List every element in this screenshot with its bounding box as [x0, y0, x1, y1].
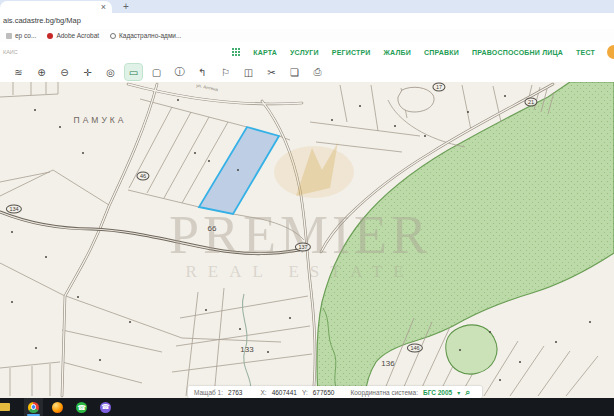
nav-item-uslugi[interactable]: УСЛУГИ — [290, 49, 319, 56]
scale-label: Мащаб 1: — [194, 389, 223, 396]
select-rectangle-tool[interactable]: ▭ — [125, 64, 142, 80]
crs-value[interactable]: БГС 2005 — [423, 389, 452, 396]
firefox-icon[interactable] — [48, 398, 67, 416]
nav-menu: КАРТАУСЛУГИРЕГИСТРИЖАЛБИСПРАВКИПРАВОСПОС… — [232, 48, 595, 56]
nav-item-registri[interactable]: РЕГИСТРИ — [332, 49, 371, 56]
pond-outline — [398, 87, 434, 112]
road-number-badge: 137 — [295, 243, 311, 252]
search-icon[interactable]: ⌕ — [465, 387, 470, 397]
note-tool[interactable]: ❏ — [286, 64, 303, 80]
bookmark-item[interactable]: ер со... — [6, 32, 36, 39]
zoom-out-tool[interactable]: ⊖ — [56, 64, 73, 80]
road-number-badge: 17 — [432, 83, 445, 92]
folder-icon[interactable] — [0, 398, 19, 416]
app-nav: КАИС КАРТАУСЛУГИРЕГИСТРИЖАЛБИСПРАВКИПРАВ… — [0, 42, 614, 63]
road-number-badge: 134 — [6, 205, 22, 214]
parcel-label: 136 — [381, 359, 394, 368]
parcel-label: 66 — [208, 224, 217, 233]
whatsapp-icon[interactable] — [72, 398, 91, 416]
bookmark-label: Adobe Acrobat — [56, 32, 99, 39]
watermark-subtitle: REAL ESTATE — [185, 262, 414, 281]
watermark-title: PREMIER — [169, 205, 431, 265]
flag-tool[interactable]: ⚐ — [217, 64, 234, 80]
browser-tab-strip: × + — [0, 0, 614, 13]
map-viewport[interactable]: PREMIER REAL ESTATE ПАМУКА ул. Антена 66… — [0, 82, 614, 398]
bookmark-item[interactable]: Adobe Acrobat — [47, 32, 99, 39]
road-number-badge: 146 — [407, 344, 423, 353]
map-toolbar-tools: ≋⊕⊖✛◎▭▢ⓘ↰⚐◫✂❏⎙ — [0, 62, 614, 83]
extent-rectangle-tool[interactable]: ▢ — [148, 64, 165, 80]
legend-tool[interactable]: ◫ — [240, 64, 257, 80]
info-tool[interactable]: ⓘ — [171, 64, 188, 80]
road-number-badge: 46 — [136, 172, 149, 181]
crs-label: Координатна система: — [350, 389, 418, 396]
nav-item-pravosposobni-litsa[interactable]: ПРАВОСПОСОБНИ ЛИЦА — [472, 49, 563, 56]
new-tab-button[interactable]: + — [123, 0, 129, 13]
acrobat-icon — [47, 33, 53, 39]
os-taskbar — [0, 398, 614, 416]
scale-value: 2763 — [228, 389, 242, 396]
parcel-label: 133 — [240, 345, 253, 354]
bookmark-label: ер со... — [15, 32, 36, 39]
globe-icon — [110, 33, 116, 39]
bookmark-label: Кадастрално-адми... — [119, 32, 181, 39]
x-label: X: — [260, 389, 266, 396]
pan-tool[interactable]: ✛ — [79, 64, 96, 80]
chrome-icon[interactable] — [24, 398, 43, 416]
y-value: 677650 — [313, 389, 335, 396]
map-status-bar: Мащаб 1: 2763 X: 4607441 Y: 677650 Коорд… — [188, 386, 482, 398]
marker-tool[interactable]: ◎ — [102, 64, 119, 80]
y-label: Y: — [302, 389, 308, 396]
x-value: 4607441 — [272, 389, 297, 396]
region-label: ПАМУКА — [74, 115, 127, 125]
bookmarks-bar: ер со...Adobe AcrobatКадастрално-адми... — [0, 29, 614, 43]
layers-tool[interactable]: ≋ — [10, 64, 27, 80]
measure-tool[interactable]: ✂ — [263, 64, 280, 80]
tab-close-icon[interactable]: × — [101, 1, 106, 13]
map-canvas[interactable]: PREMIER REAL ESTATE — [0, 82, 614, 398]
nav-item-test[interactable]: ТЕСТ — [576, 49, 595, 56]
print-tool[interactable]: ⎙ — [309, 64, 326, 80]
bookmark-item[interactable]: Кадастрално-адми... — [110, 32, 181, 39]
nav-item-karta[interactable]: КАРТА — [253, 49, 277, 56]
viber-icon[interactable] — [96, 398, 115, 416]
chevron-down-icon[interactable]: ▾ — [457, 389, 460, 396]
nav-item-spravki[interactable]: СПРАВКИ — [424, 49, 459, 56]
nav-item-zhalbi[interactable]: ЖАЛБИ — [384, 49, 411, 56]
app-logo: КАИС — [0, 49, 18, 55]
address-bar[interactable]: ais.cadastre.bg/bg/Map — [0, 13, 614, 30]
apps-grid-icon[interactable] — [232, 48, 240, 56]
zoom-in-tool[interactable]: ⊕ — [33, 64, 50, 80]
avatar[interactable] — [607, 45, 614, 59]
road-number-badge: 21 — [524, 98, 537, 107]
page-icon — [6, 33, 12, 39]
url-text[interactable]: ais.cadastre.bg/bg/Map — [0, 13, 614, 29]
browser-tab[interactable]: × — [0, 1, 112, 13]
polyline-tool[interactable]: ↰ — [194, 64, 211, 80]
